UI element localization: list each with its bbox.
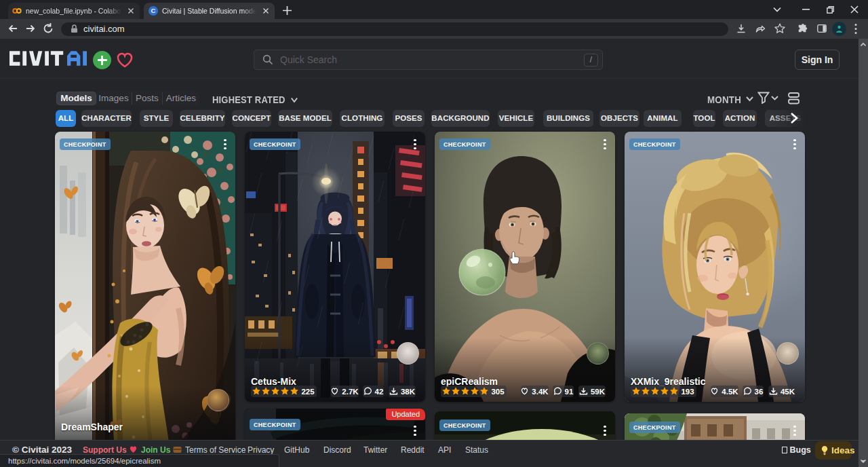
svg-text:C: C xyxy=(151,7,156,14)
